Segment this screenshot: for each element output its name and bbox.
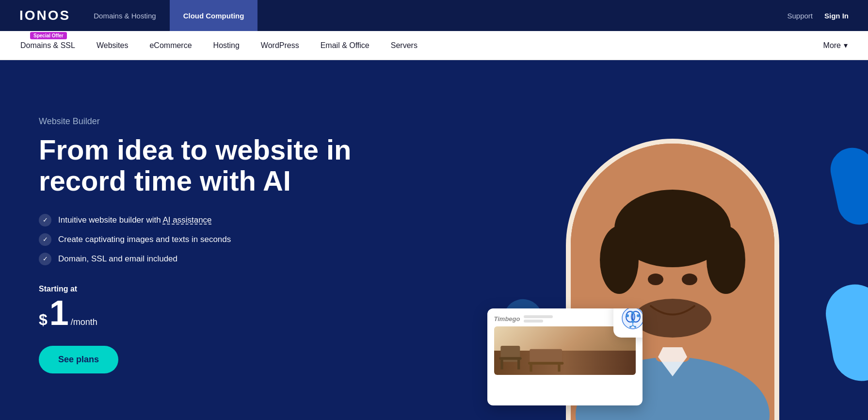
pricing-block: Starting at $ 1 /month	[39, 285, 449, 330]
pricing-amount: $ 1 /month	[39, 295, 449, 330]
svg-point-22	[626, 314, 629, 317]
hero-feature-1: ✓ Intuitive website builder with AI assi…	[39, 214, 449, 226]
special-offer-badge: Special Offer	[30, 32, 67, 39]
svg-rect-12	[499, 357, 522, 359]
hero-feature-2: ✓ Create captivating images and texts in…	[39, 233, 449, 246]
see-plans-button[interactable]: See plans	[39, 346, 118, 373]
pricing-label: Starting at	[39, 285, 449, 293]
pricing-number: 1	[49, 295, 69, 330]
brand-logo[interactable]: IONOS	[19, 8, 70, 23]
ai-brain-icon	[621, 308, 643, 330]
hero-visual: Timbego	[478, 60, 868, 420]
sub-nav-websites[interactable]: Websites	[86, 31, 139, 60]
pricing-dollar: $	[39, 311, 48, 329]
svg-rect-15	[530, 349, 562, 364]
sub-nav-more[interactable]: More ▾	[813, 31, 858, 60]
hero-section: Website Builder From idea to website in …	[0, 60, 868, 420]
sub-nav-wordpress[interactable]: WordPress	[250, 31, 310, 60]
svg-rect-13	[500, 360, 503, 370]
sub-nav-items: Domains & SSL Websites eCommerce Hosting…	[10, 31, 858, 60]
top-nav-right: Support Sign In	[787, 12, 849, 20]
svg-point-6	[707, 226, 745, 294]
top-nav-tabs: Domains & Hosting Cloud Computing	[80, 0, 257, 31]
sub-nav-hosting[interactable]: Hosting	[203, 31, 250, 60]
hero-eyebrow: Website Builder	[39, 116, 449, 127]
hero-feature-text-2: Create captivating images and texts in s…	[58, 235, 231, 244]
hero-title: From idea to website in record time with…	[39, 134, 378, 196]
svg-rect-18	[558, 365, 560, 372]
hero-feature-text-1: Intuitive website builder with AI assist…	[58, 215, 212, 225]
hero-feature-text-3: Domain, SSL and email included	[58, 254, 177, 264]
svg-rect-17	[530, 365, 532, 372]
sub-nav-email-office[interactable]: Email & Office	[310, 31, 380, 60]
ai-badge	[613, 308, 643, 338]
svg-point-24	[631, 311, 634, 314]
svg-point-30	[634, 326, 636, 328]
svg-point-29	[629, 326, 631, 328]
support-link[interactable]: Support	[787, 12, 813, 20]
svg-rect-16	[528, 362, 563, 364]
deco-oval-right-top	[826, 144, 868, 228]
sub-navigation: Special Offer Domains & SSL Websites eCo…	[0, 31, 868, 60]
laptop-logo-text: Timbego	[494, 315, 520, 323]
svg-point-7	[648, 274, 663, 285]
sub-nav-servers[interactable]: Servers	[380, 31, 428, 60]
sign-in-button[interactable]: Sign In	[824, 12, 849, 20]
check-icon-3: ✓	[39, 253, 51, 265]
laptop-mockup: Timbego	[487, 308, 643, 405]
svg-rect-14	[517, 360, 520, 370]
pricing-period: /month	[71, 317, 97, 327]
hero-features-list: ✓ Intuitive website builder with AI assi…	[39, 214, 449, 265]
chevron-down-icon: ▾	[844, 41, 848, 50]
sub-nav-ecommerce[interactable]: eCommerce	[139, 31, 202, 60]
svg-point-5	[600, 226, 639, 294]
svg-point-23	[637, 314, 640, 317]
top-navigation: IONOS Domains & Hosting Cloud Computing …	[0, 0, 868, 31]
svg-point-8	[682, 274, 697, 285]
check-icon-2: ✓	[39, 233, 51, 246]
svg-point-9	[634, 299, 711, 338]
top-nav-tab-cloud-computing[interactable]: Cloud Computing	[170, 0, 258, 31]
top-nav-tab-domains-hosting[interactable]: Domains & Hosting	[80, 0, 169, 31]
deco-oval-right-bottom	[821, 280, 868, 386]
furniture-svg	[494, 336, 591, 375]
hero-content: Website Builder From idea to website in …	[0, 60, 478, 420]
check-icon-1: ✓	[39, 214, 51, 226]
hero-feature-3: ✓ Domain, SSL and email included	[39, 253, 449, 265]
